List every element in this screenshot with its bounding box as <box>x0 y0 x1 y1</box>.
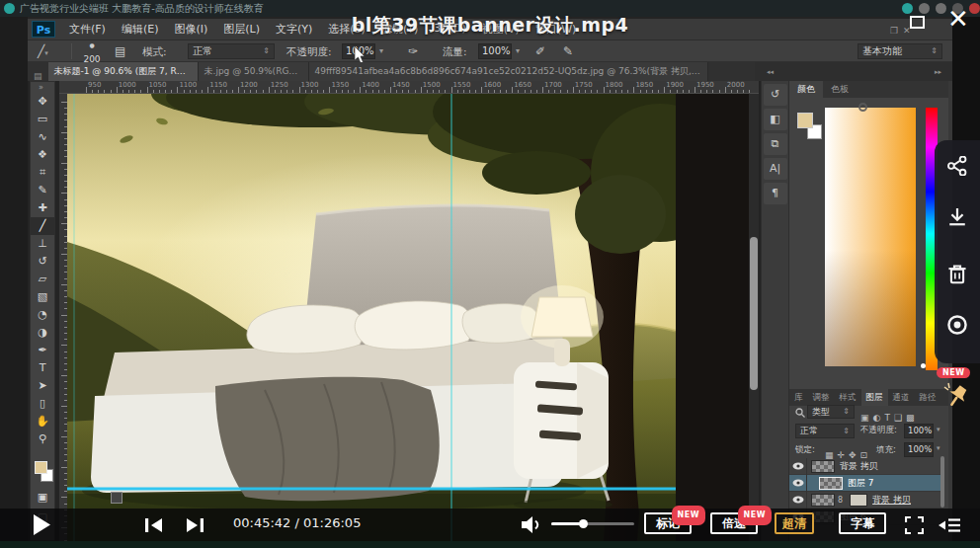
adjustments-panel-icon[interactable]: ◧ <box>764 109 787 130</box>
next-button[interactable] <box>186 517 204 533</box>
brush-preset-icon[interactable]: ╱▾ <box>38 40 48 64</box>
document-tab[interactable]: 未标题-1 @ 90.6% (图层 7, RGB/8) *× <box>48 62 199 81</box>
layer-opacity-value[interactable]: 100% <box>904 424 934 438</box>
ruler-minor-tick <box>220 90 221 93</box>
layer-row[interactable]: 图层 7 <box>789 475 941 492</box>
document-tabs: 未标题-1 @ 90.6% (图层 7, RGB/8) *×未.jpg @ 50… <box>48 62 708 81</box>
horizontal-ruler[interactable]: 9501000105011001150120012501300135014001… <box>59 81 759 94</box>
character-panel-icon[interactable]: A| <box>764 158 787 180</box>
collapse-panels-icon[interactable]: ◂◂ <box>767 68 774 76</box>
record-icon[interactable] <box>946 314 968 336</box>
healing-brush-tool[interactable]: ✚ <box>31 199 54 217</box>
share-icon[interactable] <box>946 156 968 178</box>
ruler-minor-tick <box>427 90 428 93</box>
quick-mask-icon[interactable]: ▣ <box>31 489 54 507</box>
shape-tool[interactable]: ▯ <box>31 395 54 413</box>
previous-button[interactable] <box>144 517 163 533</box>
fill-value[interactable]: 100% <box>904 442 934 457</box>
flow-value[interactable]: 100% <box>478 43 512 59</box>
layer-visibility-eye-icon[interactable] <box>789 492 807 509</box>
layer-mask-thumbnail[interactable] <box>850 494 867 507</box>
fill-dropdown-icon[interactable]: ▾ <box>937 444 940 452</box>
layer-thumbnail[interactable] <box>819 477 843 490</box>
opacity-dropdown-icon[interactable]: ▾ <box>379 40 383 62</box>
play-button[interactable] <box>34 514 50 535</box>
marquee-tool[interactable]: ▭ <box>31 111 54 128</box>
lasso-tool[interactable]: ∿ <box>31 128 54 146</box>
hue-slider-marker[interactable] <box>921 363 926 368</box>
airbrush-icon[interactable]: ✐ <box>535 40 545 62</box>
scrollbar-thumb[interactable] <box>750 237 758 390</box>
hand-tool[interactable]: ✋ <box>31 413 54 431</box>
layer-blend-select[interactable]: 正常⇕ <box>795 424 855 438</box>
blur-tool[interactable]: ◔ <box>31 306 54 324</box>
layer-filter-select[interactable]: 类型⇕ <box>807 405 855 419</box>
path-selection-tool[interactable]: ➤ <box>31 377 54 395</box>
toolbar-collapse-icon[interactable]: » <box>39 83 43 92</box>
pen-tool[interactable]: ✒ <box>31 342 54 359</box>
layers-scrollbar[interactable] <box>940 456 944 508</box>
player-button-字幕[interactable]: 字幕 <box>839 512 886 534</box>
ruler-tick <box>299 87 300 93</box>
history-panel-icon[interactable]: ↺ <box>764 84 787 106</box>
canvas-scrollbar[interactable] <box>749 94 759 541</box>
layer-thumbnail[interactable] <box>811 460 835 473</box>
layer-visibility-eye-icon[interactable] <box>789 475 807 492</box>
ruler-label: 1200 <box>240 81 258 89</box>
ps-toolbar: » ✥▭∿❖⌗✎✚╱⊥↺▱▧◔◑✒T➤▯✋⚲ ▣ ▢ <box>30 81 55 541</box>
ruler-label: 1150 <box>209 81 227 89</box>
clone-stamp-tool[interactable]: ⊥ <box>31 235 54 253</box>
blend-mode-select[interactable]: 正常⇕ <box>188 43 275 59</box>
document-tab[interactable]: 49fff89541afbea4a6c8b6d896c674a91ce52c02… <box>309 62 708 81</box>
tab-arrange-icon[interactable]: ▤ <box>28 71 48 81</box>
player-button-标记[interactable]: 标记NEW <box>644 512 692 534</box>
layer-visibility-eye-icon[interactable] <box>789 458 807 475</box>
ruler-minor-tick <box>579 90 580 93</box>
eraser-tool[interactable]: ▱ <box>31 271 54 288</box>
document-tab[interactable]: 未.jpg @ 50.9%(RGB/8#)× <box>199 62 309 81</box>
layer-row[interactable]: 8背景 拷贝 <box>789 492 941 509</box>
foreground-color-swatch[interactable] <box>35 461 47 474</box>
zoom-tool[interactable]: ⚲ <box>31 431 54 448</box>
color-picker-ring[interactable] <box>858 103 867 112</box>
volume-icon[interactable] <box>522 516 541 533</box>
pin-icon[interactable] <box>940 381 974 415</box>
pressure-opacity-icon[interactable]: ✑ <box>408 40 418 62</box>
player-button-超清[interactable]: 超清 <box>775 512 814 534</box>
fullscreen-icon[interactable] <box>905 516 924 534</box>
canvas[interactable] <box>67 94 676 541</box>
smoothing-icon[interactable]: ✎ <box>563 40 573 62</box>
toggle-brush-panel-icon[interactable]: ▤ <box>115 40 125 62</box>
download-icon[interactable] <box>946 207 968 229</box>
brush-tool[interactable]: ╱ <box>31 217 54 235</box>
ruler-minor-tick <box>621 90 622 93</box>
flow-dropdown-icon[interactable]: ▾ <box>516 40 520 62</box>
player-restore-icon[interactable] <box>910 16 925 29</box>
gradient-tool[interactable]: ▧ <box>31 288 54 306</box>
quick-selection-tool[interactable]: ❖ <box>31 146 54 164</box>
brush-size-picker[interactable]: ● 200 <box>79 42 105 60</box>
crop-tool[interactable]: ⌗ <box>31 164 54 182</box>
layer-thumbnail[interactable] <box>811 494 835 507</box>
workspace-select[interactable]: 基本功能⇕ <box>858 43 942 59</box>
player-button-倍速[interactable]: 倍速NEW <box>710 512 758 534</box>
dodge-tool[interactable]: ◑ <box>31 324 54 342</box>
tab-swatches[interactable]: 色板 <box>823 81 857 98</box>
type-tool[interactable]: T <box>31 359 54 377</box>
saturation-square[interactable] <box>825 108 916 366</box>
layer-opacity-dropdown-icon[interactable]: ▾ <box>937 426 940 433</box>
playlist-icon[interactable] <box>939 517 960 533</box>
libraries-panel-icon[interactable]: ⧉ <box>764 133 787 155</box>
volume-slider[interactable] <box>551 522 634 525</box>
layer-row[interactable]: 背景 拷贝 <box>789 458 941 475</box>
history-brush-tool[interactable]: ↺ <box>31 253 54 271</box>
volume-knob[interactable] <box>579 519 588 528</box>
trash-icon[interactable] <box>946 263 968 284</box>
panel-foreground-swatch[interactable] <box>797 113 813 128</box>
eyedropper-tool[interactable]: ✎ <box>31 182 54 199</box>
paragraph-panel-icon[interactable]: ¶ <box>764 183 787 204</box>
expand-panels-icon[interactable]: ▸▸ <box>935 68 941 76</box>
move-tool[interactable]: ✥ <box>31 93 54 111</box>
player-close-icon[interactable]: ✕ <box>947 4 969 34</box>
tab-color[interactable]: 颜色 <box>789 81 823 98</box>
